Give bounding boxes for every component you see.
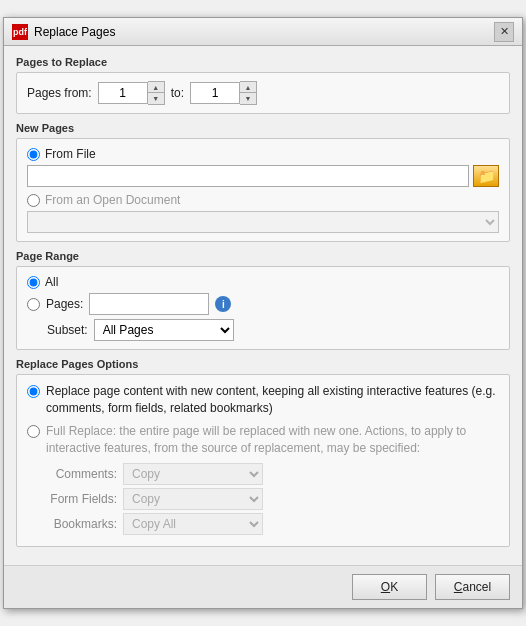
dialog-footer: OK Cancel — [4, 565, 522, 608]
form-fields-label: Form Fields: — [47, 492, 117, 506]
form-fields-row: Form Fields: Copy Discard Merge — [47, 488, 499, 510]
bookmarks-label: Bookmarks: — [47, 517, 117, 531]
pages-from-down[interactable]: ▼ — [148, 93, 164, 104]
replace-options-box: Replace page content with new content, k… — [16, 374, 510, 546]
comments-select[interactable]: Copy Discard Merge — [123, 463, 263, 485]
option2-row: Full Replace: the entire page will be re… — [27, 423, 499, 457]
page-range-label: Page Range — [16, 250, 510, 262]
new-pages-box: From File 📁 From an Open Document — [16, 138, 510, 242]
file-input-row: 📁 — [27, 165, 499, 187]
pages-from-label: Pages from: — [27, 86, 92, 100]
page-range-box: All Pages: i Subset: All Pages Odd Pages… — [16, 266, 510, 350]
option2-radio[interactable] — [27, 425, 40, 438]
pages-from-spinbox[interactable]: ▲ ▼ — [98, 81, 165, 105]
all-pages-row: All — [27, 275, 499, 289]
ok-button[interactable]: OK — [352, 574, 427, 600]
replace-options-section: Replace Pages Options Replace page conte… — [16, 358, 510, 546]
subset-select[interactable]: All Pages Odd Pages Even Pages — [94, 319, 234, 341]
title-bar: pdf Replace Pages ✕ — [4, 18, 522, 46]
option2-text: Full Replace: the entire page will be re… — [46, 423, 499, 457]
pages-to-replace-section: Pages to Replace Pages from: ▲ ▼ to: — [16, 56, 510, 114]
title-bar-left: pdf Replace Pages — [12, 24, 115, 40]
pages-range-input[interactable] — [89, 293, 209, 315]
bookmarks-row: Bookmarks: Copy All Copy None Copy Selec… — [47, 513, 499, 535]
subset-label: Subset: — [47, 323, 88, 337]
pages-from-input[interactable] — [98, 82, 148, 104]
replace-pages-dialog: pdf Replace Pages ✕ Pages to Replace Pag… — [3, 17, 523, 608]
open-doc-dropdown-row — [27, 211, 499, 233]
subset-row: Subset: All Pages Odd Pages Even Pages — [47, 319, 499, 341]
pages-to-down[interactable]: ▼ — [240, 93, 256, 104]
pages-from-spinbox-buttons: ▲ ▼ — [148, 81, 165, 105]
open-doc-select[interactable] — [27, 211, 499, 233]
comments-label: Comments: — [47, 467, 117, 481]
pages-radio[interactable] — [27, 298, 40, 311]
pages-to-replace-box: Pages from: ▲ ▼ to: ▲ ▼ — [16, 72, 510, 114]
option1-row: Replace page content with new content, k… — [27, 383, 499, 417]
from-open-row: From an Open Document — [27, 193, 499, 207]
option1-radio[interactable] — [27, 385, 40, 398]
pages-to-spinbox-buttons: ▲ ▼ — [240, 81, 257, 105]
dialog-icon: pdf — [12, 24, 28, 40]
browse-button[interactable]: 📁 — [473, 165, 499, 187]
pages-to-label: to: — [171, 86, 184, 100]
page-range-section: Page Range All Pages: i Subset: All Page… — [16, 250, 510, 350]
pages-to-spinbox[interactable]: ▲ ▼ — [190, 81, 257, 105]
from-file-row: From File — [27, 147, 499, 161]
from-file-label: From File — [45, 147, 96, 161]
cancel-button[interactable]: Cancel — [435, 574, 510, 600]
sub-options: Comments: Copy Discard Merge Form Fields… — [47, 463, 499, 535]
pages-range-row: Pages from: ▲ ▼ to: ▲ ▼ — [27, 81, 499, 105]
new-pages-label: New Pages — [16, 122, 510, 134]
pages-range-row-2: Pages: i — [27, 293, 499, 315]
new-pages-section: New Pages From File 📁 From an Open Docum… — [16, 122, 510, 242]
comments-row: Comments: Copy Discard Merge — [47, 463, 499, 485]
info-icon: i — [215, 296, 231, 312]
pages-to-replace-label: Pages to Replace — [16, 56, 510, 68]
from-open-radio[interactable] — [27, 194, 40, 207]
dialog-body: Pages to Replace Pages from: ▲ ▼ to: — [4, 46, 522, 564]
option1-text: Replace page content with new content, k… — [46, 383, 499, 417]
from-open-label: From an Open Document — [45, 193, 180, 207]
close-button[interactable]: ✕ — [494, 22, 514, 42]
bookmarks-select[interactable]: Copy All Copy None Copy Selected — [123, 513, 263, 535]
ok-label: OK — [381, 580, 398, 594]
pages-range-label: Pages: — [46, 297, 83, 311]
from-file-radio[interactable] — [27, 148, 40, 161]
cancel-label: Cancel — [454, 580, 491, 594]
replace-options-label: Replace Pages Options — [16, 358, 510, 370]
all-pages-radio[interactable] — [27, 276, 40, 289]
pages-to-input[interactable] — [190, 82, 240, 104]
pages-from-up[interactable]: ▲ — [148, 82, 164, 93]
file-path-input[interactable] — [27, 165, 469, 187]
pages-to-up[interactable]: ▲ — [240, 82, 256, 93]
form-fields-select[interactable]: Copy Discard Merge — [123, 488, 263, 510]
dialog-title: Replace Pages — [34, 25, 115, 39]
all-pages-label: All — [45, 275, 58, 289]
